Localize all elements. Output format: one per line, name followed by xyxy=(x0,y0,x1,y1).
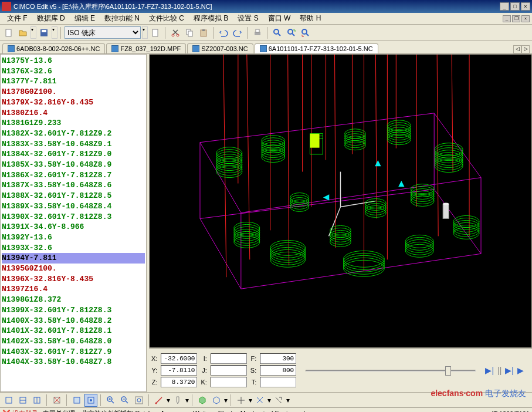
x-value-field[interactable] xyxy=(161,353,197,364)
mdi-minimize-button[interactable]: _ xyxy=(503,15,511,22)
code-line[interactable]: N1397Z16.4 xyxy=(2,284,145,295)
settings-dropdown-button[interactable]: ▾ xyxy=(286,396,290,404)
zoom-out-button[interactable] xyxy=(118,394,131,407)
view-top-button[interactable] xyxy=(2,394,15,407)
k-value-field[interactable] xyxy=(211,377,247,387)
menu-compare[interactable]: 文件比较 C xyxy=(144,12,189,25)
code-line[interactable]: N1395G0Z100. xyxy=(2,264,145,274)
code-line[interactable]: N1385X-33.58Y-10.648Z8.9 xyxy=(2,160,145,170)
find-button[interactable] xyxy=(271,26,284,39)
code-line[interactable]: N1388X-32.601Y-7.812Z8.5 xyxy=(2,191,145,201)
t-value-field[interactable] xyxy=(260,377,296,387)
new-file-button[interactable] xyxy=(2,26,15,39)
show-rapids-button[interactable] xyxy=(70,394,83,407)
view-front-button[interactable] xyxy=(16,394,29,407)
undo-button[interactable] xyxy=(217,26,230,39)
minimize-button[interactable]: _ xyxy=(500,2,509,11)
open-dropdown-button[interactable]: ▾ xyxy=(31,26,36,39)
menu-sim[interactable]: 程序模拟 B xyxy=(189,12,233,25)
clear-view-button[interactable] xyxy=(50,394,63,407)
step-forward-button[interactable]: ▶| xyxy=(505,366,514,375)
menu-nc[interactable]: 数控功能 N xyxy=(100,12,144,25)
tool-dropdown-button[interactable]: ▾ xyxy=(185,396,189,404)
i-value-field[interactable] xyxy=(211,353,247,364)
settings-button[interactable] xyxy=(272,394,285,407)
paste-button[interactable] xyxy=(197,26,210,39)
print-button[interactable] xyxy=(251,26,264,39)
mdi-close-button[interactable]: × xyxy=(521,15,530,22)
menu-window[interactable]: 窗口 W xyxy=(263,12,296,25)
zoom-in-button[interactable] xyxy=(104,394,117,407)
machine-settings-button[interactable] xyxy=(149,26,162,39)
wireframe-button[interactable] xyxy=(210,394,223,407)
code-line[interactable]: N1384X-32.601Y-7.812Z9.0 xyxy=(2,149,145,160)
view-side-button[interactable] xyxy=(31,394,43,407)
axis-dropdown-button[interactable]: ▾ xyxy=(249,396,252,404)
code-line[interactable]: N1387X-33.58Y-10.648Z8.6 xyxy=(2,180,145,191)
code-line[interactable]: N1399X-32.601Y-7.812Z8.3 xyxy=(2,305,145,316)
solid-view-button[interactable] xyxy=(196,394,209,407)
3d-backplot-viewport[interactable] xyxy=(149,54,532,348)
code-line[interactable]: N1377Y-7.811 xyxy=(2,76,145,87)
code-line[interactable]: N1376X-32.6 xyxy=(2,66,145,77)
menu-file[interactable]: 文件 F xyxy=(2,12,32,25)
nc-code-editor[interactable]: N1375Y-13.6N1376X-32.6N1377Y-7.811N1378G… xyxy=(0,54,147,392)
tab-doc-0[interactable]: 6ADB03-8-002-026-06++.NC xyxy=(2,43,105,53)
cut-button[interactable] xyxy=(169,26,182,39)
tab-scroll-right-button[interactable]: ▷ xyxy=(521,45,530,53)
redo-button[interactable] xyxy=(231,26,244,39)
step-back-button[interactable]: ▶| xyxy=(485,366,494,375)
code-line[interactable]: N1394Y-7.811 xyxy=(2,253,145,264)
measure-dropdown-button[interactable]: ▾ xyxy=(167,396,170,404)
menu-database[interactable]: 数据库 D xyxy=(32,12,70,25)
tab-doc-3[interactable]: 6A101101-17-FZ7-313-102-01-5.NC xyxy=(255,43,378,53)
code-line[interactable]: N1379X-32.816Y-8.435 xyxy=(2,97,145,108)
find-next-button[interactable] xyxy=(285,26,298,39)
code-line[interactable]: N1378G0Z100. xyxy=(2,87,145,97)
code-line[interactable]: N1401X-32.601Y-7.812Z8.1 xyxy=(2,326,145,336)
tool-display-button[interactable] xyxy=(171,394,184,407)
code-line[interactable]: N1390X-32.601Y-7.812Z8.3 xyxy=(2,212,145,222)
code-line[interactable]: N1393X-32.6 xyxy=(2,243,145,254)
show-toolpath-button[interactable] xyxy=(84,394,97,407)
zoom-fit-button[interactable] xyxy=(133,394,145,407)
code-line[interactable]: N1389X-33.58Y-10.648Z8.4 xyxy=(2,201,145,212)
mdi-restore-button[interactable]: ❐ xyxy=(512,15,520,22)
play-button[interactable]: ▶ xyxy=(517,366,524,375)
tab-doc-2[interactable]: SZ2007-003.NC xyxy=(187,43,253,53)
view-mode-dropdown-button[interactable]: ▾ xyxy=(224,396,228,404)
code-line[interactable]: N1382X-32.601Y-7.812Z9.2 xyxy=(2,129,145,139)
copy-button[interactable] xyxy=(183,26,196,39)
code-line[interactable]: N1375Y-13.6 xyxy=(2,56,145,66)
j-value-field[interactable] xyxy=(211,365,247,376)
machine-type-select[interactable]: ISO 铣床 xyxy=(65,26,141,39)
tab-scroll-left-button[interactable]: ◁ xyxy=(513,45,521,53)
find-prev-button[interactable] xyxy=(299,26,312,39)
s-value-field[interactable] xyxy=(260,365,296,376)
origin-button[interactable] xyxy=(253,394,266,407)
y-value-field[interactable] xyxy=(161,365,197,376)
axis-toggle-button[interactable] xyxy=(235,394,248,407)
open-file-button[interactable] xyxy=(16,26,29,39)
code-line[interactable]: N1380Z16.4 xyxy=(2,108,145,119)
code-line[interactable]: N1391X-34.6Y-8.966 xyxy=(2,222,145,232)
origin-dropdown-button[interactable]: ▾ xyxy=(267,396,271,404)
code-line[interactable]: N1398G1Z8.372 xyxy=(2,295,145,305)
menu-help[interactable]: 帮助 H xyxy=(295,12,326,25)
z-value-field[interactable] xyxy=(161,377,197,387)
code-line[interactable]: N1400X-33.58Y-10.648Z8.2 xyxy=(2,316,145,326)
code-line[interactable]: N1383X-33.58Y-10.648Z9.1 xyxy=(2,139,145,150)
close-button[interactable]: × xyxy=(521,2,530,11)
measure-button[interactable] xyxy=(153,394,165,407)
machine-config-button[interactable]: ▾ xyxy=(142,26,148,39)
code-line[interactable]: N1392Y-13.6 xyxy=(2,232,145,243)
menu-settings[interactable]: 设置 S xyxy=(233,12,263,25)
menu-edit[interactable]: 编辑 E xyxy=(70,12,100,25)
code-line[interactable]: N1381G1Z9.233 xyxy=(2,118,145,129)
simulation-speed-slider[interactable] xyxy=(306,364,476,376)
code-line[interactable]: N1386X-32.601Y-7.812Z8.7 xyxy=(2,170,145,181)
tab-doc-1[interactable]: FZ8_037_192D.MPF xyxy=(106,43,186,53)
pause-button[interactable]: || xyxy=(497,366,501,375)
code-line[interactable]: N1402X-33.58Y-10.648Z8.0 xyxy=(2,336,145,347)
code-line[interactable]: N1404X-33.58Y-10.648Z7.8 xyxy=(2,357,145,367)
